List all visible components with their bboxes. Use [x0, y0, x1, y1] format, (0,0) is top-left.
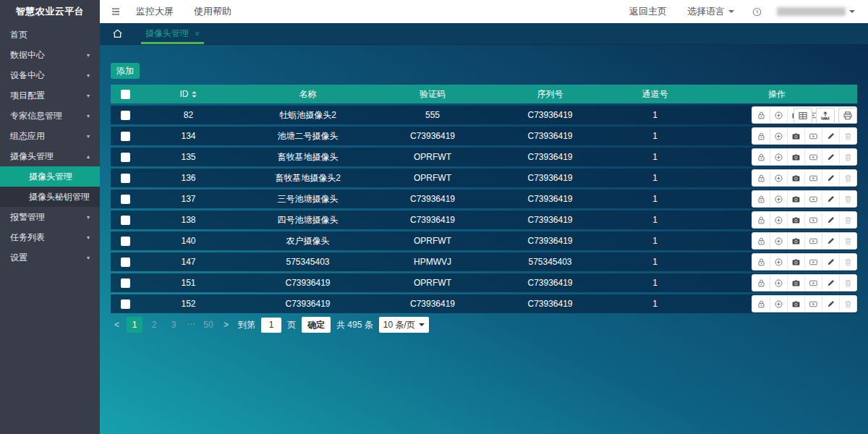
- row-checkbox[interactable]: [121, 111, 130, 120]
- edit-icon[interactable]: [822, 191, 839, 207]
- collapse-sidebar-icon[interactable]: [110, 6, 122, 17]
- header-id[interactable]: ID: [140, 89, 237, 99]
- sidebar-item-报警管理[interactable]: 报警管理▼: [0, 207, 100, 227]
- delete-icon[interactable]: [839, 170, 856, 186]
- page-button-3[interactable]: 3: [166, 317, 182, 333]
- tab-camera-management[interactable]: 摄像头管理 ×: [134, 23, 211, 44]
- video-play-icon[interactable]: [804, 128, 822, 144]
- sidebar-item-组态应用[interactable]: 组态应用▼: [0, 126, 100, 146]
- sidebar-item-设置[interactable]: 设置▼: [0, 247, 100, 268]
- delete-icon[interactable]: [839, 233, 856, 249]
- edit-icon[interactable]: [822, 170, 839, 186]
- page-button-1[interactable]: 1: [127, 317, 142, 333]
- lock-icon[interactable]: [752, 212, 770, 228]
- video-play-icon[interactable]: [804, 149, 822, 165]
- edit-icon[interactable]: [822, 212, 839, 228]
- plus-circle-icon[interactable]: [770, 233, 787, 249]
- add-button[interactable]: 添加: [111, 63, 140, 79]
- language-selector[interactable]: 选择语言: [687, 5, 734, 18]
- monitor-screen-link[interactable]: 监控大屏: [136, 5, 174, 18]
- sidebar-item-项目配置[interactable]: 项目配置▼: [0, 85, 100, 106]
- sidebar-item-设备中心[interactable]: 设备中心▼: [0, 65, 100, 85]
- lock-icon[interactable]: [752, 275, 770, 291]
- camera-icon[interactable]: [787, 275, 804, 291]
- edit-icon[interactable]: [822, 233, 839, 249]
- lock-icon[interactable]: [752, 233, 770, 249]
- help-link[interactable]: 使用帮助: [194, 5, 231, 18]
- export-icon[interactable]: [816, 108, 835, 124]
- camera-icon[interactable]: [787, 149, 804, 165]
- sidebar-item-专家信息管理[interactable]: 专家信息管理▼: [0, 106, 100, 126]
- lock-icon[interactable]: [752, 296, 770, 312]
- camera-icon[interactable]: [787, 233, 804, 249]
- back-home-link[interactable]: 返回主页: [629, 5, 667, 18]
- page-button-2[interactable]: 2: [146, 317, 162, 333]
- header-channel[interactable]: 通道号: [613, 88, 697, 101]
- delete-icon[interactable]: [839, 149, 856, 165]
- sidebar-item-摄像头管理[interactable]: 摄像头管理: [0, 166, 100, 187]
- page-button-50[interactable]: 50: [200, 317, 216, 333]
- camera-icon[interactable]: [787, 254, 804, 270]
- row-checkbox[interactable]: [121, 278, 130, 288]
- delete-icon[interactable]: [839, 275, 856, 291]
- row-checkbox[interactable]: [121, 132, 130, 141]
- delete-icon[interactable]: [839, 254, 856, 270]
- video-play-icon[interactable]: [804, 254, 822, 270]
- row-checkbox[interactable]: [121, 216, 130, 225]
- delete-icon[interactable]: [839, 191, 856, 207]
- per-page-select[interactable]: 10 条/页: [379, 317, 429, 333]
- lock-icon[interactable]: [752, 128, 770, 144]
- plus-circle-icon[interactable]: [770, 296, 787, 312]
- print-icon[interactable]: [838, 108, 857, 124]
- video-play-icon[interactable]: [804, 212, 822, 228]
- confirm-button[interactable]: 确定: [302, 317, 331, 333]
- plus-circle-icon[interactable]: [770, 107, 787, 123]
- goto-page-input[interactable]: [261, 318, 281, 333]
- edit-icon[interactable]: [822, 296, 839, 312]
- sidebar-item-数据中心[interactable]: 数据中心▼: [0, 45, 100, 65]
- edit-icon[interactable]: [822, 254, 839, 270]
- header-code[interactable]: 验证码: [378, 88, 487, 101]
- plus-circle-icon[interactable]: [770, 149, 787, 165]
- sidebar-item-摄像头秘钥管理[interactable]: 摄像头秘钥管理: [0, 187, 100, 207]
- camera-icon[interactable]: [787, 296, 804, 312]
- camera-icon[interactable]: [787, 212, 804, 228]
- video-play-icon[interactable]: [804, 296, 822, 312]
- plus-circle-icon[interactable]: [770, 128, 787, 144]
- filter-columns-icon[interactable]: [793, 108, 812, 124]
- row-checkbox[interactable]: [121, 153, 130, 162]
- prev-page-button[interactable]: <: [111, 320, 123, 330]
- user-menu[interactable]: [777, 7, 855, 16]
- plus-circle-icon[interactable]: [770, 212, 787, 228]
- lock-icon[interactable]: [752, 170, 770, 186]
- sidebar-item-任务列表[interactable]: 任务列表▼: [0, 227, 100, 247]
- header-name[interactable]: 名称: [237, 88, 378, 101]
- select-all-checkbox[interactable]: [121, 90, 130, 99]
- lock-icon[interactable]: [752, 149, 770, 165]
- edit-icon[interactable]: [822, 128, 839, 144]
- home-icon[interactable]: [111, 27, 124, 40]
- plus-circle-icon[interactable]: [770, 170, 787, 186]
- sidebar-item-摄像头管理[interactable]: 摄像头管理▲: [0, 146, 100, 166]
- row-checkbox[interactable]: [121, 195, 130, 204]
- delete-icon[interactable]: [839, 296, 856, 312]
- clock-icon[interactable]: [752, 7, 762, 17]
- close-icon[interactable]: ×: [195, 29, 200, 39]
- lock-icon[interactable]: [752, 191, 770, 207]
- row-checkbox[interactable]: [121, 237, 130, 246]
- row-checkbox[interactable]: [121, 299, 130, 309]
- delete-icon[interactable]: [839, 128, 856, 144]
- video-play-icon[interactable]: [804, 191, 822, 207]
- sort-icon[interactable]: [191, 90, 197, 98]
- row-checkbox[interactable]: [121, 174, 130, 183]
- camera-icon[interactable]: [787, 170, 804, 186]
- camera-icon[interactable]: [787, 191, 804, 207]
- video-play-icon[interactable]: [804, 233, 822, 249]
- next-page-button[interactable]: >: [220, 320, 232, 330]
- lock-icon[interactable]: [752, 254, 770, 270]
- plus-circle-icon[interactable]: [770, 275, 787, 291]
- plus-circle-icon[interactable]: [770, 254, 787, 270]
- camera-icon[interactable]: [787, 128, 804, 144]
- edit-icon[interactable]: [822, 275, 839, 291]
- plus-circle-icon[interactable]: [770, 191, 787, 207]
